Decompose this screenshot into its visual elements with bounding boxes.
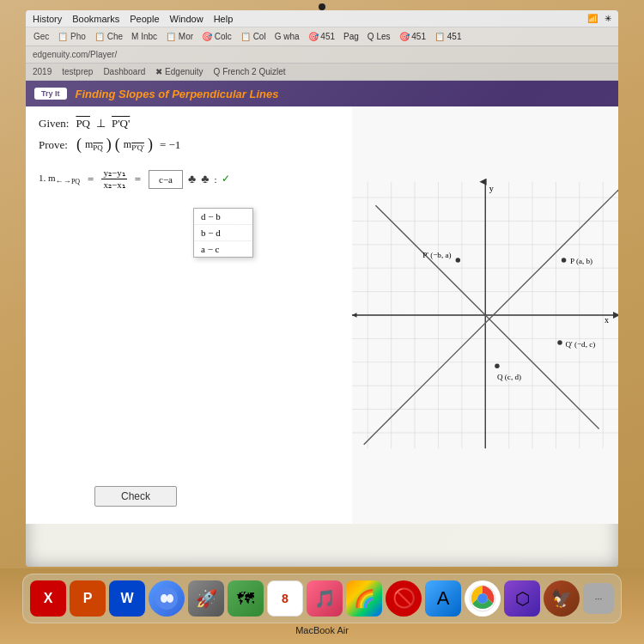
step-equals1: =	[88, 173, 94, 186]
camera-dot	[319, 3, 325, 10]
dropdown-item-bd[interactable]: b − d	[194, 225, 252, 241]
bookmarks-bar: Gec 📋 Pho 📋 Che M Inbc 📋 Mor 🎯 Colc 📋 Co…	[26, 27, 618, 46]
dock-icon-finder[interactable]	[149, 580, 185, 617]
checkmark-icon: ✓	[222, 173, 230, 185]
nav-testprep[interactable]: testprep	[62, 67, 93, 76]
content-header: Try It Finding Slopes of Perpendicular L…	[26, 81, 618, 106]
prove-label: Prove:	[39, 138, 68, 152]
bookmark-gec[interactable]: Gec	[31, 32, 52, 41]
dock-icon-music[interactable]: 🎵	[307, 580, 343, 617]
coordinate-plane-area: P (a, b) P' (−b, a) Q (c, d) Q' (−d, c) …	[352, 106, 619, 524]
svg-text:x: x	[605, 315, 609, 325]
bluetooth-icon: ✳	[605, 14, 611, 23]
prove-text: Prove: ( mPQ ) ( mP'Q' ) = −1	[39, 136, 339, 154]
bookmark-pag[interactable]: Pag	[341, 32, 361, 41]
svg-point-31	[455, 258, 459, 262]
bookmark-mor[interactable]: 📋 Mor	[163, 32, 196, 41]
wifi-icon: 📶	[587, 14, 598, 23]
dock-icon-x[interactable]: X	[30, 580, 66, 617]
svg-marker-24	[352, 313, 356, 317]
bookmark-inbc[interactable]: M Inbc	[129, 32, 160, 41]
step-number: 1. m←→PQ	[39, 173, 80, 185]
club-icon: ♣	[188, 173, 196, 186]
menu-window[interactable]: Window	[170, 14, 204, 24]
svg-text:P' (−b, a): P' (−b, a)	[422, 251, 451, 259]
dock-icon-calendar[interactable]: 8	[267, 580, 303, 617]
menu-people[interactable]: People	[130, 14, 159, 24]
given-label: Given:	[39, 117, 69, 131]
prove-bracket-close1: )	[106, 136, 112, 154]
bookmark-451a[interactable]: 🎯 451	[306, 32, 337, 41]
main-content: Try It Finding Slopes of Perpendicular L…	[26, 81, 618, 524]
dock-icon-chrome[interactable]	[465, 580, 501, 617]
svg-text:P (a, b): P (a, b)	[569, 257, 592, 265]
prove-bracket-open: (	[76, 136, 82, 154]
bookmark-col[interactable]: 📋 Col	[238, 32, 269, 41]
prove-mpq2: mP'Q'	[124, 137, 144, 153]
coordinate-plane-svg: P (a, b) P' (−b, a) Q (c, d) Q' (−d, c) …	[352, 106, 619, 524]
svg-point-29	[561, 258, 565, 262]
prove-bracket-open2: (	[115, 136, 120, 154]
answer-input-box[interactable]: c−a	[149, 170, 183, 189]
dock-icon-misc[interactable]: ⬡	[504, 580, 540, 617]
bookmark-che[interactable]: 📋 Che	[92, 32, 125, 41]
bookmark-451b[interactable]: 🎯 451	[397, 32, 428, 41]
dropdown-menu[interactable]: d − b b − d a − c	[193, 208, 253, 258]
svg-text:Q' (−d, c): Q' (−d, c)	[565, 340, 595, 349]
menu-help[interactable]: Help	[214, 14, 234, 24]
prove-mpq: mPQ	[85, 137, 103, 153]
math-left: Given: PQ ⊥ P'Q' Prove: ( mPQ )	[26, 106, 352, 524]
given-section: Given: PQ ⊥ P'Q' Prove: ( mPQ )	[39, 117, 339, 154]
dock: X P W 🚀 🗺 8 🎵 🌈 🚫 A	[0, 568, 644, 644]
dock-icon-appstore[interactable]: A	[425, 580, 461, 617]
laptop-body: History Bookmarks People Window Help 📶 ✳…	[0, 0, 644, 644]
nav-links-bar: 2019 testprep Dashboard ✖ Edgenuity Q Fr…	[26, 64, 618, 81]
nav-edgenuity[interactable]: ✖ Edgenuity	[155, 67, 203, 76]
dock-bar: X P W 🚀 🗺 8 🎵 🌈 🚫 A	[22, 574, 622, 623]
given-pq2: P'Q'	[112, 117, 130, 131]
dock-icon-word[interactable]: W	[109, 580, 145, 617]
dock-icon-launchpad[interactable]: 🚀	[188, 580, 224, 617]
macbook-air-label: MacBook Air	[295, 625, 349, 635]
nav-french[interactable]: Q French 2 Quizlet	[214, 67, 286, 76]
prove-equals: = −1	[160, 138, 180, 152]
step-1-row: 1. m←→PQ = y₂−y₁ x₂−x₁ = c−a ♣ ♣ :	[39, 167, 339, 191]
math-area: Given: PQ ⊥ P'Q' Prove: ( mPQ )	[26, 106, 618, 524]
club-icon-2: ♣	[201, 173, 209, 186]
bookmark-pho[interactable]: 📋 Pho	[55, 32, 88, 41]
dropdown-item-ac[interactable]: a − c	[194, 241, 252, 257]
svg-text:Q (c, d): Q (c, d)	[496, 373, 520, 381]
given-pq: PQ	[76, 117, 90, 131]
menubar-right: 📶 ✳	[587, 14, 611, 23]
svg-text:y: y	[489, 184, 493, 193]
dock-icon-powerpoint[interactable]: P	[70, 580, 106, 617]
dock-icon-more[interactable]: ···	[583, 583, 614, 614]
dock-icon-noentry[interactable]: 🚫	[386, 580, 422, 617]
try-it-button[interactable]: Try It	[34, 88, 67, 100]
fraction-denominator: x₂−x₁	[101, 179, 126, 191]
dock-icon-photos[interactable]: 🌈	[346, 580, 382, 617]
step-equals2: =	[135, 173, 141, 186]
menubar: History Bookmarks People Window Help 📶 ✳	[26, 10, 618, 27]
dropdown-item-db[interactable]: d − b	[194, 209, 252, 225]
svg-point-35	[557, 340, 562, 344]
bookmark-les[interactable]: Q Les	[365, 32, 393, 41]
dock-icon-bird[interactable]: 🦅	[544, 580, 580, 617]
menu-bookmarks[interactable]: Bookmarks	[72, 14, 119, 24]
svg-line-28	[375, 205, 598, 428]
url-text: edgenuity.com/Player/	[33, 50, 117, 59]
svg-point-41	[167, 594, 173, 603]
svg-point-40	[161, 594, 167, 603]
check-button[interactable]: Check	[94, 486, 177, 507]
nav-dashboard[interactable]: Dashboard	[103, 67, 145, 76]
check-button-area: Check	[94, 486, 177, 507]
step-fraction: y₂−y₁ x₂−x₁	[101, 167, 126, 191]
bookmark-gwha[interactable]: G wha	[272, 32, 302, 41]
lesson-title: Finding Slopes of Perpendicular Lines	[76, 88, 279, 100]
nav-year: 2019	[33, 67, 52, 76]
address-bar: edgenuity.com/Player/	[26, 46, 618, 64]
menu-history[interactable]: History	[33, 14, 62, 24]
bookmark-451c[interactable]: 📋 451	[432, 32, 464, 41]
dock-icon-maps[interactable]: 🗺	[228, 580, 264, 617]
bookmark-colc1[interactable]: 🎯 Colc	[199, 32, 234, 41]
